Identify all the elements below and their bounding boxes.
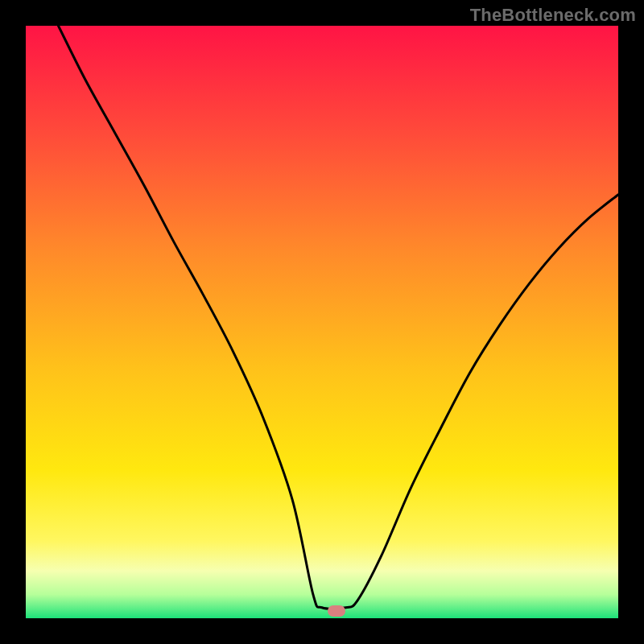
watermark-label: TheBottleneck.com bbox=[470, 5, 636, 26]
min-marker bbox=[328, 605, 345, 617]
chart-frame: TheBottleneck.com bbox=[0, 0, 644, 644]
plot-area bbox=[26, 26, 618, 618]
plot-svg bbox=[26, 26, 618, 618]
gradient-background bbox=[26, 26, 618, 618]
